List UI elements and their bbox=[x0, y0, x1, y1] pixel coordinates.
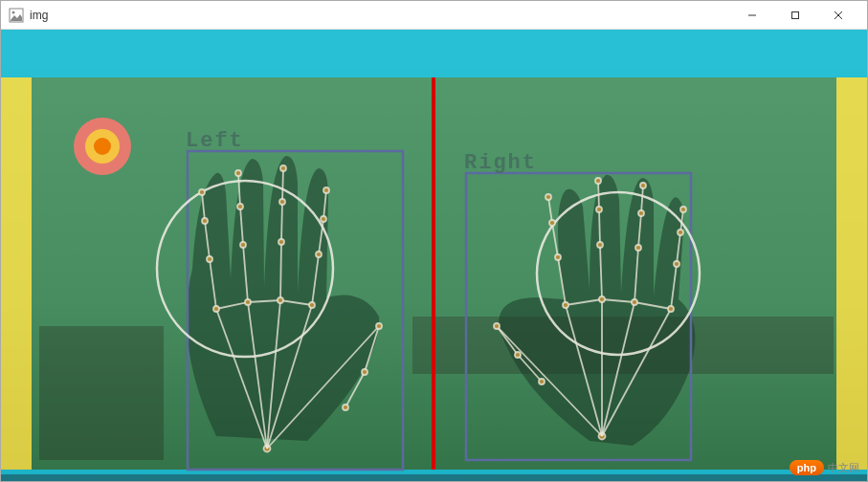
svg-point-91 bbox=[678, 230, 683, 235]
svg-point-45 bbox=[323, 187, 329, 193]
svg-point-70 bbox=[549, 220, 555, 226]
overlay-bar-left bbox=[1, 77, 32, 470]
svg-point-71 bbox=[545, 194, 551, 200]
app-window: img bbox=[0, 0, 868, 482]
svg-point-22 bbox=[207, 256, 212, 262]
svg-point-42 bbox=[309, 302, 315, 308]
svg-rect-3 bbox=[791, 11, 798, 18]
svg-point-35 bbox=[278, 297, 283, 303]
svg-point-62 bbox=[494, 323, 500, 329]
overlay-bar-top bbox=[1, 30, 867, 77]
svg-point-90 bbox=[674, 261, 679, 267]
image-viewport: Left bbox=[1, 30, 867, 481]
svg-line-73 bbox=[599, 209, 600, 245]
room-furnishing-2 bbox=[39, 326, 164, 460]
svg-point-92 bbox=[680, 207, 686, 212]
maximize-button[interactable] bbox=[773, 1, 816, 29]
svg-point-48 bbox=[376, 323, 382, 329]
bottom-trim bbox=[1, 474, 867, 481]
svg-point-82 bbox=[632, 299, 637, 305]
svg-point-24 bbox=[199, 189, 205, 195]
app-icon bbox=[9, 8, 24, 23]
svg-line-33 bbox=[281, 202, 282, 242]
watermark-text: 中文网 bbox=[828, 461, 859, 475]
record-marker-icon bbox=[74, 118, 131, 175]
svg-point-78 bbox=[595, 178, 601, 184]
svg-point-64 bbox=[539, 379, 545, 384]
svg-point-38 bbox=[280, 165, 286, 171]
svg-point-76 bbox=[597, 242, 603, 248]
svg-point-77 bbox=[596, 207, 602, 212]
svg-point-50 bbox=[343, 405, 348, 410]
svg-point-30 bbox=[237, 204, 243, 209]
svg-point-43 bbox=[316, 252, 322, 257]
svg-point-23 bbox=[202, 218, 208, 224]
svg-point-44 bbox=[321, 216, 326, 222]
left-hand-label: Left bbox=[186, 129, 244, 153]
titlebar[interactable]: img bbox=[1, 1, 867, 30]
svg-point-85 bbox=[640, 183, 646, 188]
svg-point-21 bbox=[213, 306, 219, 312]
minimize-button[interactable] bbox=[730, 1, 773, 29]
svg-point-69 bbox=[555, 254, 561, 260]
svg-point-89 bbox=[668, 306, 674, 312]
watermark-pill: php bbox=[790, 460, 824, 475]
svg-point-8 bbox=[94, 138, 111, 155]
svg-point-75 bbox=[599, 296, 605, 302]
svg-point-49 bbox=[362, 369, 367, 375]
svg-point-63 bbox=[515, 352, 521, 358]
close-button[interactable] bbox=[816, 1, 859, 29]
watermark: php 中文网 bbox=[790, 460, 859, 475]
svg-point-1 bbox=[12, 11, 15, 13]
window-controls bbox=[730, 1, 859, 29]
svg-line-74 bbox=[598, 181, 599, 209]
svg-point-36 bbox=[278, 239, 284, 245]
svg-line-34 bbox=[282, 168, 283, 202]
window-title: img bbox=[30, 9, 730, 22]
svg-point-37 bbox=[279, 199, 285, 205]
right-hand-label: Right bbox=[464, 151, 537, 175]
svg-line-32 bbox=[280, 242, 281, 300]
svg-point-68 bbox=[563, 302, 568, 308]
svg-point-31 bbox=[235, 170, 241, 176]
overlay-bar-right bbox=[836, 77, 867, 470]
svg-point-84 bbox=[638, 210, 644, 216]
svg-point-28 bbox=[245, 299, 251, 305]
svg-point-83 bbox=[635, 245, 641, 251]
svg-point-29 bbox=[240, 242, 246, 248]
